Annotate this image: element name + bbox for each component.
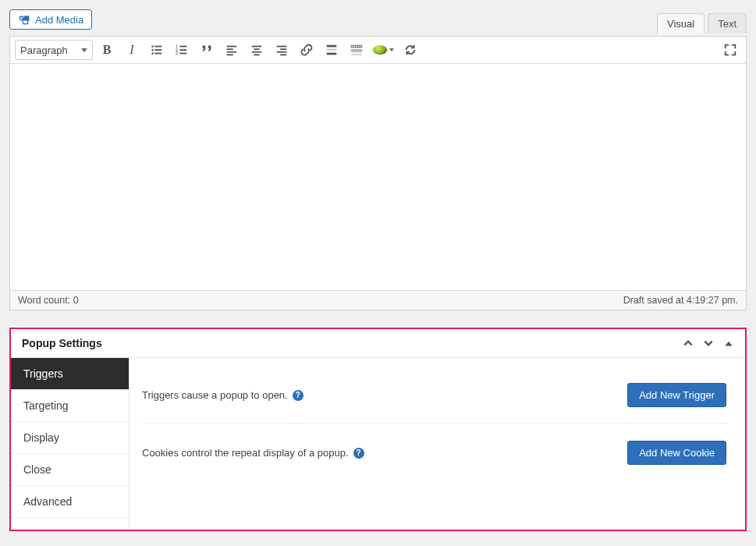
plugin-icon	[373, 45, 387, 55]
cookies-description: Cookies control the repeat display of a …	[142, 447, 349, 459]
svg-rect-22	[254, 54, 259, 55]
svg-rect-8	[154, 53, 161, 55]
blockquote-button[interactable]	[196, 40, 218, 60]
align-right-button[interactable]	[271, 40, 293, 60]
svg-text:3: 3	[176, 51, 178, 55]
sidebar-item-display[interactable]: Display	[11, 422, 129, 454]
caret-down-icon	[389, 48, 394, 51]
add-new-cookie-button[interactable]: Add New Cookie	[627, 441, 726, 465]
draft-saved-label: Draft saved at 4:19:27 pm.	[623, 295, 738, 306]
help-icon[interactable]: ?	[353, 448, 364, 459]
svg-rect-36	[351, 49, 362, 52]
svg-rect-15	[227, 46, 237, 48]
tab-text[interactable]: Text	[708, 13, 747, 34]
bulleted-list-button[interactable]	[146, 40, 168, 60]
tab-visual[interactable]: Visual	[657, 13, 705, 34]
fullscreen-button[interactable]	[719, 40, 741, 60]
plugin-dropdown-button[interactable]	[371, 40, 396, 60]
svg-rect-14	[179, 53, 186, 55]
svg-rect-28	[327, 49, 337, 51]
add-media-label: Add Media	[35, 14, 83, 26]
svg-rect-23	[277, 46, 287, 48]
toggle-panel-button[interactable]	[723, 338, 734, 349]
word-count-label: Word count: 0	[18, 295, 79, 306]
svg-rect-20	[254, 48, 259, 50]
svg-rect-12	[179, 49, 186, 51]
popup-settings-panel: Popup Settings Triggers Targeting Displa…	[9, 328, 747, 531]
link-button[interactable]	[296, 40, 318, 60]
move-down-button[interactable]	[703, 338, 714, 349]
format-select-label: Paragraph	[20, 44, 68, 56]
media-icon	[18, 13, 30, 26]
move-up-button[interactable]	[683, 338, 694, 349]
svg-rect-25	[277, 51, 287, 53]
svg-rect-21	[252, 51, 262, 53]
svg-rect-33	[356, 46, 357, 48]
format-select[interactable]: Paragraph	[15, 40, 93, 60]
align-left-button[interactable]	[221, 40, 243, 60]
svg-rect-32	[353, 46, 355, 48]
italic-button[interactable]: I	[121, 40, 143, 60]
svg-rect-4	[154, 46, 161, 48]
sidebar-item-triggers[interactable]: Triggers	[11, 358, 129, 390]
svg-rect-34	[358, 46, 360, 48]
svg-rect-31	[352, 46, 353, 48]
sidebar-item-close[interactable]: Close	[11, 454, 129, 486]
svg-rect-1	[24, 16, 29, 20]
triggers-description: Triggers cause a popup to open.	[142, 389, 288, 401]
add-new-trigger-button[interactable]: Add New Trigger	[627, 383, 726, 407]
sidebar-item-targeting[interactable]: Targeting	[11, 390, 129, 422]
svg-rect-37	[351, 54, 362, 56]
toolbar-toggle-button[interactable]	[346, 40, 367, 60]
svg-rect-29	[327, 53, 337, 55]
editor-status-bar: Word count: 0 Draft saved at 4:19:27 pm.	[10, 290, 746, 310]
editor-toolbar: Paragraph B I 123	[10, 37, 746, 64]
caret-down-icon	[81, 48, 87, 52]
svg-point-5	[151, 49, 154, 51]
refresh-button[interactable]	[399, 40, 421, 60]
svg-point-7	[151, 52, 154, 55]
popup-settings-title: Popup Settings	[22, 337, 102, 349]
svg-rect-24	[280, 48, 286, 50]
editor-panel: Visual Text Paragraph B I 123	[9, 36, 747, 310]
bold-button[interactable]: B	[96, 40, 118, 60]
editor-content-area[interactable]	[10, 64, 746, 290]
svg-rect-17	[227, 51, 237, 53]
svg-rect-19	[252, 46, 262, 48]
svg-rect-16	[227, 48, 233, 50]
svg-rect-18	[227, 54, 233, 55]
help-icon[interactable]: ?	[293, 390, 303, 401]
svg-rect-26	[280, 54, 286, 55]
svg-rect-10	[179, 46, 186, 48]
popup-settings-tabs: Triggers Targeting Display Close Advance…	[11, 358, 130, 530]
sidebar-item-advanced[interactable]: Advanced	[11, 486, 129, 518]
read-more-button[interactable]	[321, 40, 343, 60]
svg-point-3	[151, 45, 154, 48]
add-media-button[interactable]: Add Media	[9, 9, 92, 30]
numbered-list-button[interactable]: 123	[171, 40, 193, 60]
svg-rect-6	[154, 49, 161, 51]
svg-rect-27	[327, 45, 337, 48]
align-center-button[interactable]	[246, 40, 268, 60]
svg-rect-35	[360, 46, 362, 48]
